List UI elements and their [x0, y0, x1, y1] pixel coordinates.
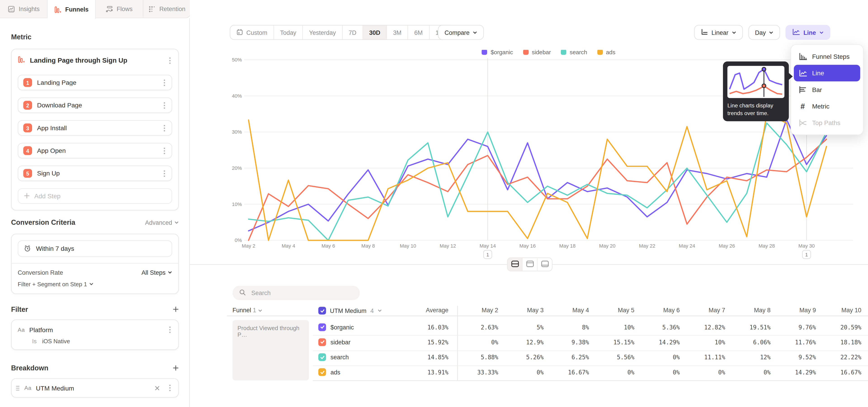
kebab-menu-icon[interactable]: [162, 146, 167, 155]
funnel-step-row[interactable]: 1Landing Page: [18, 75, 172, 90]
series-checkbox[interactable]: [318, 338, 326, 346]
date-column-header: May 5: [596, 307, 634, 313]
table-cell-value: 12.9%: [505, 339, 544, 345]
tab-retention[interactable]: Retention: [143, 0, 191, 18]
svg-text:1: 1: [486, 252, 489, 257]
funnel-metric-card: Landing Page through Sign Up 1Landing Pa…: [11, 49, 179, 211]
kebab-menu-icon[interactable]: [168, 383, 172, 393]
metric-heading: Metric: [11, 33, 179, 41]
breakdown-column-header[interactable]: UTM Medium4: [318, 307, 382, 315]
tab-funnels[interactable]: Funnels: [48, 0, 95, 19]
table-row-label[interactable]: sidebar: [318, 338, 350, 346]
table-only-view-button[interactable]: [537, 258, 552, 271]
range-7d[interactable]: 7D: [342, 26, 363, 39]
text-type-icon: Aa: [18, 327, 25, 333]
chevron-down-icon: [168, 269, 172, 276]
table-search[interactable]: [232, 286, 360, 300]
select-all-checkbox[interactable]: [318, 307, 326, 315]
chart-type-dropdown-button[interactable]: Line: [786, 25, 830, 40]
all-steps-dropdown[interactable]: All Steps: [142, 269, 172, 276]
table-cell-value: 0%: [732, 369, 771, 376]
breakdown-card[interactable]: Aa UTM Medium: [11, 378, 179, 398]
table-row-label[interactable]: search: [318, 353, 349, 361]
filter-segment-dropdown[interactable]: Filter + Segment on Step 1: [18, 281, 94, 287]
range-custom[interactable]: Custom: [230, 26, 274, 39]
menu-item-metric[interactable]: #Metric: [794, 98, 860, 115]
range-30d[interactable]: 30D: [363, 26, 387, 39]
add-step-button[interactable]: Add Step: [18, 188, 172, 204]
menu-item-funnel-steps[interactable]: Funnel Steps: [794, 48, 860, 65]
funnel-card-header[interactable]: Landing Page through Sign Up: [18, 55, 172, 65]
date-column-header: May 10: [823, 307, 861, 313]
add-breakdown-button[interactable]: [173, 363, 179, 373]
svg-text:May 22: May 22: [639, 243, 655, 249]
funnel-name-cell[interactable]: Product Viewed through P…: [232, 320, 309, 380]
chart-type-label: Line: [803, 29, 816, 36]
funnel-column-header[interactable]: Funnel 1: [232, 307, 262, 314]
menu-item-line[interactable]: Line: [794, 65, 860, 82]
kebab-menu-icon[interactable]: [162, 169, 167, 178]
filter-operator[interactable]: Is: [32, 338, 37, 344]
tab-flows[interactable]: Flows: [95, 0, 143, 18]
kebab-menu-icon[interactable]: [162, 78, 167, 87]
breakdown-heading: Breakdown: [11, 364, 49, 372]
kebab-menu-icon[interactable]: [168, 325, 172, 335]
kebab-menu-icon[interactable]: [162, 100, 167, 110]
table-row-label[interactable]: ads: [318, 368, 340, 376]
funnel-step-row[interactable]: 2Download Page: [18, 97, 172, 113]
search-icon: [239, 288, 246, 298]
series-checkbox[interactable]: [318, 353, 326, 361]
range-today[interactable]: Today: [274, 26, 303, 39]
menu-item-bar[interactable]: Bar: [794, 82, 860, 98]
average-value: 15.92%: [388, 339, 448, 345]
kebab-menu-icon[interactable]: [168, 56, 172, 65]
step-number-badge: 5: [23, 169, 32, 178]
compare-button[interactable]: Compare: [438, 25, 484, 40]
range-yesterday[interactable]: Yesterday: [303, 26, 342, 39]
chevron-down-icon: [174, 219, 179, 226]
table-cell-value: 0%: [686, 369, 725, 376]
calendar-icon: [237, 29, 243, 36]
table-column-divider: [457, 306, 458, 380]
chart-type-menu: Funnel StepsLineBar#MetricTop Paths: [790, 44, 864, 135]
remove-breakdown-icon[interactable]: [151, 384, 163, 392]
table-row-label[interactable]: $organic: [318, 323, 354, 331]
table-cell-value: 14.29%: [777, 369, 816, 376]
average-value: 14.85%: [388, 354, 448, 361]
add-filter-button[interactable]: [173, 305, 179, 315]
step-label: Sign Up: [37, 170, 157, 177]
add-step-label: Add Step: [34, 193, 61, 199]
filter-card[interactable]: Aa Platform IsiOS Native: [11, 319, 179, 350]
range-3m[interactable]: 3M: [387, 26, 408, 39]
series-checkbox[interactable]: [318, 368, 326, 376]
svg-text:May 18: May 18: [559, 243, 576, 249]
series-checkbox[interactable]: [318, 323, 326, 331]
filter-value[interactable]: iOS Native: [42, 338, 70, 344]
flows-icon: [105, 5, 113, 12]
granularity-dropdown-button[interactable]: Day: [748, 25, 780, 40]
scale-dropdown-button[interactable]: Linear: [694, 25, 743, 40]
filter-heading: Filter: [11, 306, 28, 313]
funnel-step-row[interactable]: 5Sign Up: [18, 165, 172, 181]
advanced-dropdown[interactable]: Advanced: [145, 219, 179, 226]
chart-only-view-button[interactable]: [523, 258, 537, 271]
menu-item-label: Bar: [812, 86, 822, 93]
menu-item-top-paths: Top Paths: [794, 115, 860, 131]
search-input[interactable]: [250, 289, 353, 296]
funnel-step-row[interactable]: 3App Install: [18, 120, 172, 136]
step-label: Download Page: [37, 102, 157, 108]
split-view-button[interactable]: [508, 258, 523, 271]
table-cell-value: 22.22%: [823, 354, 861, 361]
table-cell-value: 9.76%: [777, 324, 816, 330]
funnel-step-row[interactable]: 4App Open: [18, 143, 172, 158]
legend-color-chip: [597, 49, 602, 55]
tab-insights[interactable]: Insights: [0, 0, 48, 18]
chart-only-view-icon: [526, 259, 534, 269]
conversion-window-row[interactable]: Within 7 days: [18, 240, 172, 257]
kebab-menu-icon[interactable]: [162, 123, 167, 133]
funnels-icon: [54, 6, 61, 13]
range-6m[interactable]: 6M: [408, 26, 430, 39]
svg-text:0%: 0%: [235, 238, 242, 243]
legend-color-chip: [561, 49, 566, 55]
drag-handle-icon[interactable]: [16, 385, 20, 390]
